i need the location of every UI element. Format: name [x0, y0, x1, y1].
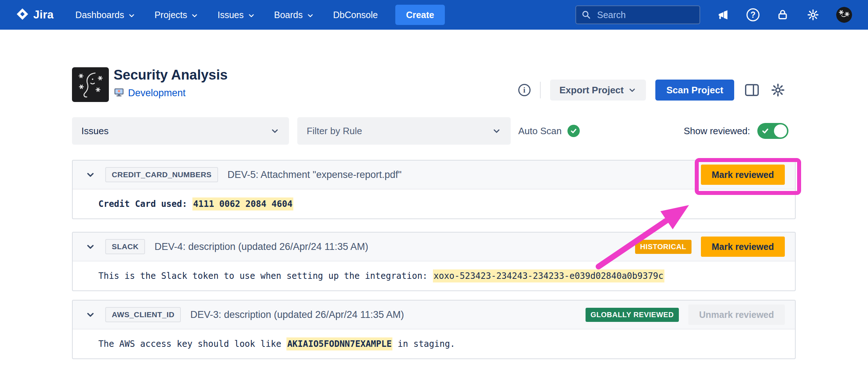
main-content: Security Analysis Development i Export P…	[0, 30, 868, 366]
create-button[interactable]: Create	[395, 5, 445, 25]
auto-scan-label: Auto Scan	[518, 125, 562, 137]
search-input[interactable]	[575, 5, 700, 24]
header-controls: i Export Project Scan Project	[518, 80, 786, 101]
finding-body: The AWS access key should look like AKIA…	[73, 329, 795, 358]
rule-badge: AWS_CLIENT_ID	[105, 307, 181, 322]
finding-header: AWS_CLIENT_ID DEV-3: description (update…	[73, 301, 795, 329]
rule-badge: SLACK	[105, 239, 145, 254]
settings-gear-icon[interactable]	[806, 8, 820, 22]
issues-filter-dropdown[interactable]: Issues	[72, 117, 289, 145]
user-avatar[interactable]	[836, 7, 852, 23]
jira-logo[interactable]: Jira	[16, 8, 54, 22]
project-breadcrumb: Development	[114, 87, 186, 99]
finding-body: Credit Card used: 4111 0062 2084 4604	[73, 190, 795, 218]
show-reviewed-label: Show reviewed:	[684, 125, 750, 137]
nav-dbconsole-label: DbConsole	[333, 10, 378, 20]
chevron-down-icon	[306, 12, 314, 20]
chevron-down-icon	[628, 86, 637, 94]
chevron-down-icon	[191, 12, 199, 20]
chevron-down-icon	[270, 126, 280, 136]
finding-text-prefix: Credit Card used:	[98, 199, 192, 209]
jira-logo-icon	[16, 8, 29, 22]
divider	[540, 82, 541, 98]
globally-reviewed-badge: GLOBALLY REVIEWED	[586, 308, 679, 322]
chevron-down-icon[interactable]	[85, 170, 96, 180]
rule-filter-value: Filter by Rule	[307, 125, 362, 137]
export-project-button[interactable]: Export Project	[550, 80, 646, 101]
scan-project-button[interactable]: Scan Project	[655, 80, 734, 101]
secret-highlight: xoxo-523423-234243-234233-e039d02840a0b9…	[433, 269, 664, 282]
issues-filter-value: Issues	[81, 125, 109, 137]
info-icon[interactable]: i	[518, 84, 531, 96]
export-project-label: Export Project	[559, 85, 624, 96]
nav-dashboards-label: Dashboards	[75, 10, 124, 20]
finding-header: CREDIT_CARD_NUMBERS DEV-5: Attachment "e…	[73, 161, 795, 190]
auto-scan-control: Auto Scan	[518, 117, 580, 145]
finding-card-aws: AWS_CLIENT_ID DEV-3: description (update…	[72, 300, 796, 359]
navbar-right: ?	[575, 5, 852, 24]
project-link[interactable]: Development	[128, 88, 186, 99]
nav-issues[interactable]: Issues	[208, 0, 264, 30]
nav-dashboards[interactable]: Dashboards	[66, 0, 145, 30]
finding-card-credit-card: CREDIT_CARD_NUMBERS DEV-5: Attachment "e…	[72, 160, 796, 219]
show-reviewed-control: Show reviewed:	[684, 117, 788, 145]
finding-text: This is the Slack token to use when sett…	[98, 271, 664, 281]
lock-icon[interactable]	[775, 8, 790, 22]
nav-boards[interactable]: Boards	[265, 0, 324, 30]
finding-title: DEV-5: Attachment "expense-report.pdf"	[227, 169, 401, 180]
mark-reviewed-button[interactable]: Mark reviewed	[701, 165, 785, 185]
finding-body: This is the Slack token to use when sett…	[73, 261, 795, 290]
announcement-icon[interactable]	[716, 8, 731, 22]
search-icon	[581, 10, 591, 21]
finding-header: SLACK DEV-4: description (updated 26/Apr…	[73, 233, 795, 261]
show-reviewed-toggle[interactable]	[757, 123, 788, 139]
page-settings-gear-icon[interactable]	[770, 82, 786, 98]
project-avatar	[72, 67, 109, 102]
finding-text-suffix: in staging.	[392, 339, 455, 349]
top-navbar: Jira Dashboards Projects Issues Boards D…	[0, 0, 868, 30]
secret-highlight: AKIAIO5FODNN7EXAMPLE	[286, 337, 392, 350]
rule-filter-dropdown[interactable]: Filter by Rule	[297, 117, 511, 145]
auto-scan-check-icon[interactable]	[567, 125, 580, 137]
finding-text-prefix: This is the Slack token to use when sett…	[98, 271, 433, 281]
nav-projects-label: Projects	[154, 10, 187, 20]
navbar-search	[575, 5, 700, 24]
help-icon[interactable]: ?	[746, 8, 760, 21]
unmark-reviewed-button[interactable]: Unmark reviewed	[688, 305, 785, 325]
nav-dbconsole[interactable]: DbConsole	[324, 0, 387, 30]
toggle-check-icon	[761, 127, 769, 136]
rule-badge: CREDIT_CARD_NUMBERS	[105, 167, 218, 182]
secret-highlight: 4111 0062 2084 4604	[192, 197, 293, 210]
chevron-down-icon	[128, 12, 136, 20]
chevron-down-icon	[247, 12, 255, 20]
finding-title: DEV-4: description (updated 26/Apr/24 11…	[154, 241, 368, 252]
chevron-down-icon[interactable]	[85, 242, 96, 252]
details-panel-icon[interactable]	[744, 82, 760, 98]
finding-text-prefix: The AWS access key should look like	[98, 339, 286, 349]
nav-projects[interactable]: Projects	[145, 0, 208, 30]
finding-card-slack: SLACK DEV-4: description (updated 26/Apr…	[72, 232, 796, 291]
mark-reviewed-button[interactable]: Mark reviewed	[701, 237, 785, 257]
jira-logo-text: Jira	[33, 8, 54, 21]
finding-text: Credit Card used: 4111 0062 2084 4604	[98, 199, 293, 209]
project-avatar-icon	[114, 87, 124, 99]
primary-nav: Dashboards Projects Issues Boards DbCons…	[66, 0, 387, 30]
chevron-down-icon[interactable]	[85, 310, 96, 320]
toggle-knob	[774, 124, 787, 137]
nav-boards-label: Boards	[274, 10, 303, 20]
finding-text: The AWS access key should look like AKIA…	[98, 339, 455, 349]
finding-title: DEV-3: description (updated 26/Apr/24 11…	[190, 309, 404, 320]
chevron-down-icon	[492, 126, 501, 136]
page-title: Security Analysis	[114, 67, 227, 83]
historical-badge: HISTORICAL	[635, 240, 692, 254]
nav-issues-label: Issues	[217, 10, 243, 20]
